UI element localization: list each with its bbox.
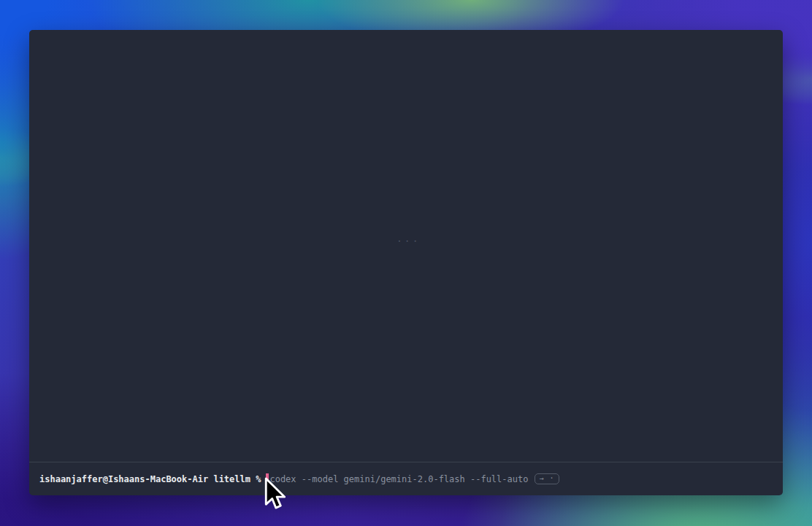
autosuggestion-command: codex --model gemini/gemini-2.0-flash --… xyxy=(269,474,528,484)
terminal-window: ··· ishaanjaffer@Ishaans-MacBook-Air lit… xyxy=(29,30,783,495)
text-cursor xyxy=(266,473,269,484)
terminal-loading-dots: ··· xyxy=(397,235,420,246)
terminal-output-area[interactable]: ··· xyxy=(29,30,783,462)
terminal-prompt-line[interactable]: ishaanjaffer@Ishaans-MacBook-Air litellm… xyxy=(29,462,783,495)
autosuggest-accept-hint-badge: → · xyxy=(535,473,559,484)
shell-prompt: ishaanjaffer@Ishaans-MacBook-Air litellm… xyxy=(39,474,261,484)
